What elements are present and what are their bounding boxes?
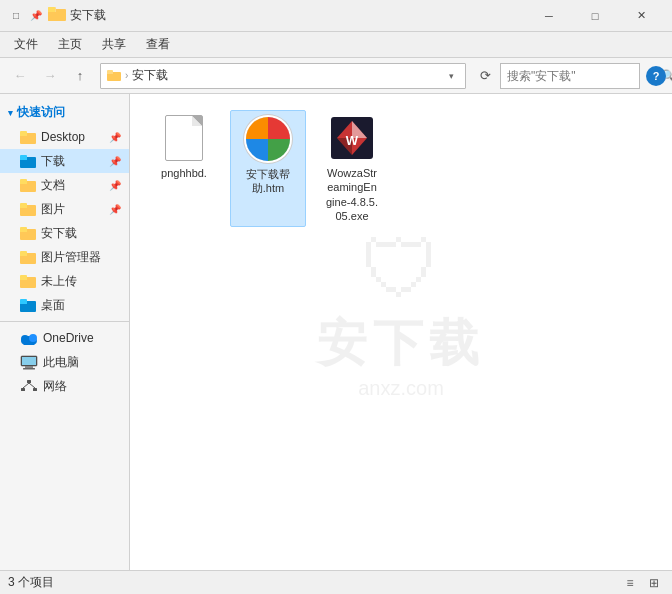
- svg-rect-4: [22, 357, 36, 365]
- sidebar-downloads-label: 下载: [41, 153, 65, 170]
- svg-point-2: [29, 334, 37, 342]
- watermark-text: 安下载: [317, 310, 485, 377]
- close-button[interactable]: ✕: [618, 0, 664, 32]
- sidebar-item-onedrive[interactable]: OneDrive: [0, 326, 129, 350]
- sidebar-item-desktop2[interactable]: 桌面: [0, 293, 129, 317]
- sidebar-item-pic-manager[interactable]: 图片管理器: [0, 245, 129, 269]
- menu-view[interactable]: 查看: [136, 34, 180, 55]
- anzixia-folder-icon: [20, 227, 36, 240]
- menu-bar: 文件 主页 共享 查看: [0, 32, 672, 58]
- svg-rect-7: [27, 380, 31, 383]
- file-icon-pnghhbd: [160, 114, 208, 162]
- menu-share[interactable]: 共享: [92, 34, 136, 55]
- sidebar-onedrive-label: OneDrive: [43, 331, 94, 345]
- pic-manager-folder-icon: [20, 251, 36, 264]
- file-icon-wowza: W: [328, 114, 376, 162]
- sidebar-item-computer[interactable]: 此电脑: [0, 350, 129, 374]
- network-icon: [20, 379, 38, 393]
- sidebar-item-pictures[interactable]: 图片 📌: [0, 197, 129, 221]
- downloads-folder-icon: [20, 155, 36, 168]
- documents-folder-icon: [20, 179, 36, 192]
- address-sep-icon: ›: [125, 70, 128, 81]
- file-label-pnghhbd: pnghhbd.: [161, 166, 207, 180]
- toolbar: ← → ↑ › 安下载 ▾ ⟳ 🔍 ?: [0, 58, 672, 94]
- svg-line-10: [23, 383, 29, 388]
- pictures-folder-icon: [20, 203, 36, 216]
- wowza-exe-icon: W: [329, 115, 375, 161]
- list-view-button[interactable]: ≡: [620, 573, 640, 593]
- main-area: ▾ 快速访问 Desktop 📌 下载 📌 文档 📌 图片 📌: [0, 94, 672, 570]
- svg-rect-8: [21, 388, 25, 391]
- sidebar-divider-1: [0, 321, 129, 322]
- forward-button[interactable]: →: [36, 62, 64, 90]
- new-window-icon: □: [8, 7, 24, 23]
- address-bar[interactable]: › 安下载 ▾: [100, 63, 466, 89]
- back-button[interactable]: ←: [6, 62, 34, 90]
- svg-text:W: W: [346, 133, 359, 148]
- sidebar-item-downloads[interactable]: 下载 📌: [0, 149, 129, 173]
- help-button[interactable]: ?: [646, 66, 666, 86]
- desktop-folder-icon: [20, 131, 36, 144]
- status-bar: 3 个项目 ≡ ⊞: [0, 570, 672, 594]
- svg-rect-9: [33, 388, 37, 391]
- sidebar-network-label: 网络: [43, 378, 67, 395]
- quick-access-header[interactable]: ▾ 快速访问: [0, 100, 129, 125]
- computer-icon: [20, 355, 38, 370]
- up-button[interactable]: ↑: [66, 62, 94, 90]
- desktop-pin-icon: 📌: [109, 132, 121, 143]
- sidebar-item-anzixia[interactable]: 安下载: [0, 221, 129, 245]
- onedrive-icon: [20, 332, 38, 345]
- sidebar-not-uploaded-label: 未上传: [41, 273, 77, 290]
- svg-rect-5: [25, 366, 33, 368]
- sidebar: ▾ 快速访问 Desktop 📌 下载 📌 文档 📌 图片 📌: [0, 94, 130, 570]
- sidebar-computer-label: 此电脑: [43, 354, 79, 371]
- file-item-pnghhbd[interactable]: pnghhbd.: [146, 110, 222, 227]
- file-label-wowza: WowzaStreamingEngine-4.8.5.05.exe: [326, 166, 378, 223]
- sidebar-documents-label: 文档: [41, 177, 65, 194]
- sidebar-desktop2-label: 桌面: [41, 297, 65, 314]
- folder-small-icon: [107, 70, 121, 81]
- maximize-button[interactable]: □: [572, 0, 618, 32]
- search-bar[interactable]: 🔍: [500, 63, 640, 89]
- minimize-button[interactable]: ─: [526, 0, 572, 32]
- status-text: 3 个项目: [8, 574, 54, 591]
- folder-icon-title: [48, 7, 66, 21]
- downloads-pin-icon: 📌: [109, 156, 121, 167]
- file-item-wowza[interactable]: W WowzaStreamingEngine-4.8.5.05.exe: [314, 110, 390, 227]
- svg-point-1: [21, 335, 29, 343]
- files-area: pnghhbd. 安下载帮助.htm: [130, 94, 672, 243]
- svg-line-11: [29, 383, 35, 388]
- sidebar-pictures-label: 图片: [41, 201, 65, 218]
- sidebar-pic-manager-label: 图片管理器: [41, 249, 101, 266]
- generic-file-icon: [165, 115, 203, 161]
- not-uploaded-folder-icon: [20, 275, 36, 288]
- sidebar-item-documents[interactable]: 文档 📌: [0, 173, 129, 197]
- address-dropdown-button[interactable]: ▾: [443, 64, 459, 88]
- title-bar: □ 📌 安下载 ─ □ ✕: [0, 0, 672, 32]
- title-bar-controls: ─ □ ✕: [526, 0, 664, 32]
- content-area: 🛡 安下载 anxz.com pnghhbd. 安下载帮助.htm: [130, 94, 672, 570]
- refresh-button[interactable]: ⟳: [472, 63, 498, 89]
- pinwheel-icon: [246, 117, 290, 161]
- title-bar-icons: □ 📌 安下载: [8, 7, 106, 24]
- address-breadcrumb: › 安下载: [107, 67, 443, 84]
- grid-view-button[interactable]: ⊞: [644, 573, 664, 593]
- quick-access-label: 快速访问: [17, 104, 65, 121]
- documents-pin-icon: 📌: [109, 180, 121, 191]
- menu-file[interactable]: 文件: [4, 34, 48, 55]
- address-path: 安下载: [132, 67, 168, 84]
- menu-home[interactable]: 主页: [48, 34, 92, 55]
- sidebar-item-network[interactable]: 网络: [0, 374, 129, 398]
- pictures-pin-icon: 📌: [109, 204, 121, 215]
- sidebar-item-not-uploaded[interactable]: 未上传: [0, 269, 129, 293]
- svg-rect-6: [23, 368, 35, 370]
- file-item-anzhizai-help[interactable]: 安下载帮助.htm: [230, 110, 306, 227]
- title-text: 安下载: [70, 7, 106, 24]
- file-icon-htm: [244, 115, 292, 163]
- desktop2-folder-icon: [20, 299, 36, 312]
- search-input[interactable]: [507, 69, 657, 83]
- file-label-htm: 安下载帮助.htm: [246, 167, 290, 196]
- quick-access-arrow: ▾: [8, 108, 13, 118]
- sidebar-item-desktop[interactable]: Desktop 📌: [0, 125, 129, 149]
- pin-icon: 📌: [28, 7, 44, 23]
